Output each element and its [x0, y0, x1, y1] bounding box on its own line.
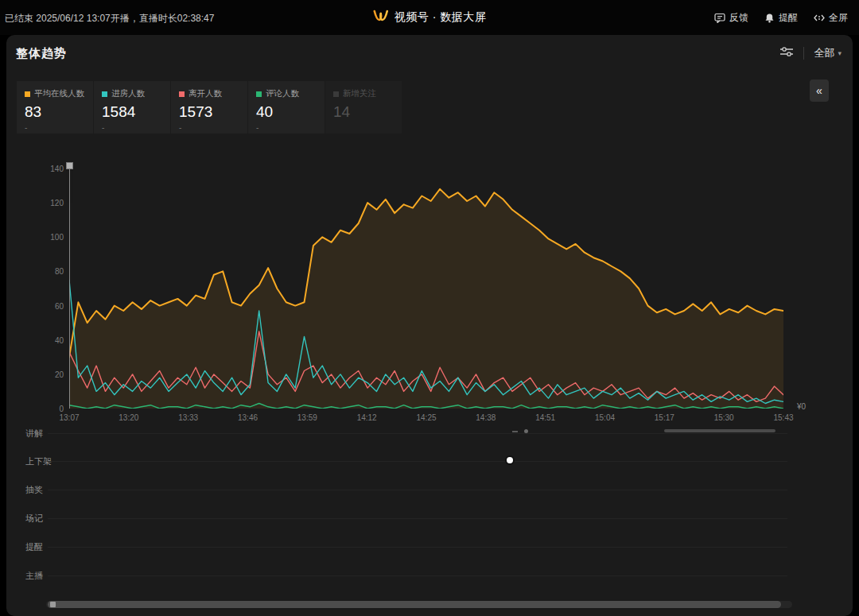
stat-value: 83 [25, 103, 85, 121]
chart-horizontal-scrollbar[interactable] [664, 429, 775, 432]
x-tick-label: 14:51 [530, 413, 562, 422]
x-tick-label: 13:59 [291, 413, 323, 422]
trend-chart-svg [69, 169, 783, 409]
x-tick-label: 13:20 [113, 413, 145, 422]
stat-label: 离开人数 [189, 88, 222, 99]
stat-card-avg-online[interactable]: 平均在线人数 83 - [17, 81, 93, 134]
y-tick-label: 100 [50, 233, 64, 242]
app-header: 视频号 · 数据大屏 [373, 0, 486, 35]
y-tick-label: 40 [55, 336, 64, 345]
event-row-reminder-line [48, 547, 787, 548]
x-tick-label: 15:17 [648, 413, 680, 422]
trend-chart [69, 169, 783, 409]
chart-pager-dash[interactable] [512, 431, 518, 432]
event-row-notes-label: 场记 [25, 513, 43, 525]
legend-marker-followers [333, 91, 339, 97]
settings-sliders-icon[interactable] [779, 46, 794, 60]
stat-label: 平均在线人数 [34, 88, 84, 99]
reminder-button[interactable]: 提醒 [764, 11, 798, 25]
stat-sub: - [25, 123, 85, 132]
y-tick-label: 80 [55, 267, 64, 276]
stat-value: 14 [333, 103, 394, 121]
event-row-notes-line [48, 518, 787, 519]
chevron-down-icon: ▾ [838, 49, 842, 57]
y-tick-label: 120 [50, 199, 64, 207]
filter-all-dropdown[interactable]: 全部 ▾ [814, 46, 842, 60]
fullscreen-label: 全屏 [829, 11, 848, 25]
listing-event-dot[interactable] [507, 457, 513, 463]
feedback-button[interactable]: 反馈 [714, 11, 748, 25]
x-tick-label: 14:25 [410, 413, 442, 422]
y-tick-label: 60 [55, 302, 64, 311]
channels-logo-icon [373, 10, 389, 25]
feedback-icon [714, 13, 725, 23]
legend-marker-leave [179, 91, 185, 97]
x-tick-label: 13:07 [53, 413, 85, 422]
bell-icon [764, 13, 775, 23]
event-row-explain-label: 讲解 [25, 428, 43, 440]
y-axis-labels: 020406080100120140 [33, 169, 64, 409]
event-row-reminder-label: 提醒 [25, 541, 43, 553]
trend-panel: 整体趋势 全部 ▾ 平均在线人数 83 - 进房人数 1584 - 离开人数 1… [6, 35, 853, 616]
stat-value: 40 [256, 103, 317, 121]
event-row-lottery-label: 抽奖 [25, 484, 43, 496]
stat-sub: - [179, 123, 239, 132]
panel-controls: 全部 ▾ [779, 46, 842, 60]
right-axis-zero-label: ¥0 [797, 402, 806, 411]
timeline-marker-handle[interactable] [66, 162, 73, 169]
legend-marker-avg-online [25, 91, 30, 97]
live-status-text: 已结束 2025/06/12 13:07开播，直播时长02:38:47 [5, 12, 214, 25]
filter-all-label: 全部 [814, 46, 834, 60]
divider [803, 47, 804, 60]
stat-sub: - [102, 123, 162, 132]
page-title: 整体趋势 [16, 46, 67, 61]
y-tick-label: 140 [50, 165, 64, 173]
event-row-host-label: 主播 [25, 570, 43, 582]
stat-card-new-followers[interactable]: 新增关注 14 [325, 81, 402, 134]
stat-label: 进房人数 [111, 88, 145, 99]
event-row-explain-line [48, 433, 787, 434]
event-row-host-line [48, 575, 787, 576]
stat-label: 评论人数 [266, 88, 299, 99]
collapse-button[interactable]: « [810, 79, 829, 102]
fullscreen-button[interactable]: 全屏 [814, 11, 848, 25]
stat-card-comment-count[interactable]: 评论人数 40 - [248, 81, 325, 134]
topbar-actions: 反馈 提醒 全屏 [714, 0, 848, 35]
stat-card-leave-count[interactable]: 离开人数 1573 - [171, 81, 247, 134]
x-tick-label: 15:43 [768, 413, 799, 422]
bottom-scrollbar-handle[interactable] [50, 602, 56, 607]
timeline-marker[interactable] [69, 169, 70, 409]
x-tick-label: 13:46 [232, 413, 264, 422]
reminder-label: 提醒 [779, 11, 798, 25]
stat-sub: - [256, 123, 317, 132]
fullscreen-icon [814, 13, 825, 23]
stat-value: 1584 [102, 103, 162, 121]
stat-cards: 平均在线人数 83 - 进房人数 1584 - 离开人数 1573 - 评论人数… [17, 81, 402, 134]
app-title: 视频号 · 数据大屏 [395, 10, 486, 25]
x-tick-label: 14:38 [470, 413, 502, 422]
stat-card-enter-count[interactable]: 进房人数 1584 - [94, 81, 170, 134]
bottom-scrollbar-thumb[interactable] [48, 601, 781, 608]
x-tick-label: 15:04 [589, 413, 621, 422]
stat-value: 1573 [179, 103, 239, 121]
event-row-lottery-line [48, 490, 787, 490]
x-tick-label: 15:30 [708, 413, 740, 422]
feedback-label: 反馈 [729, 11, 748, 25]
stat-sub [333, 123, 394, 131]
x-tick-label: 14:12 [351, 413, 383, 422]
legend-marker-enter [102, 91, 107, 97]
x-axis-labels: 13:0713:2013:3313:4613:5914:1214:2514:38… [69, 413, 783, 424]
event-row-listing-line [48, 461, 787, 462]
x-tick-label: 13:33 [173, 413, 204, 422]
y-tick-label: 0 [59, 405, 64, 413]
legend-marker-comment [256, 91, 262, 97]
topbar: 已结束 2025/06/12 13:07开播，直播时长02:38:47 视频号 … [0, 0, 859, 35]
stat-label: 新增关注 [343, 88, 376, 99]
y-tick-label: 20 [55, 370, 64, 379]
